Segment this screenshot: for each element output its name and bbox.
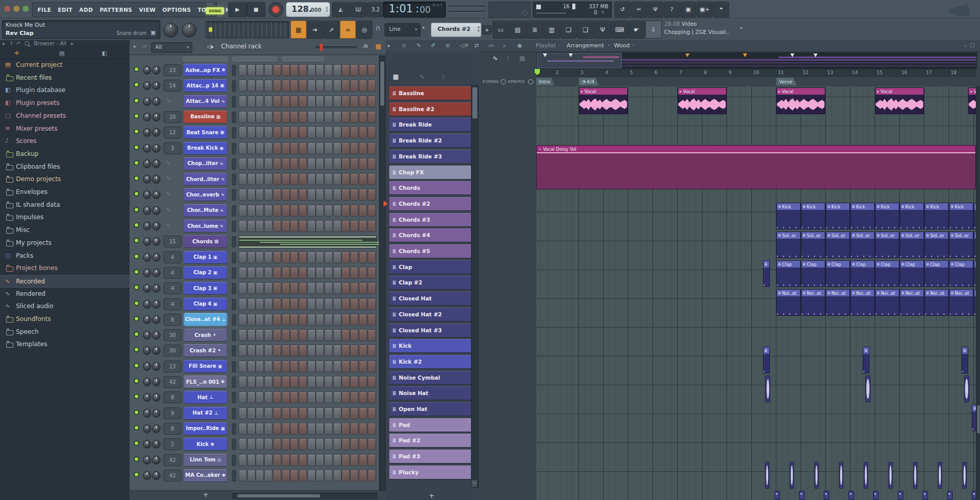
step-cell[interactable]: [307, 205, 316, 217]
channel-key-strip[interactable]: [232, 330, 236, 341]
step-cell[interactable]: [333, 329, 341, 341]
channel-button[interactable]: Chor..everb∿: [184, 188, 227, 201]
step-cell[interactable]: [290, 423, 298, 435]
rack-grip-dots[interactable]: ⋮: [198, 44, 204, 49]
clip-sid-er[interactable]: ≣Sid..er: [801, 231, 825, 258]
channel-pan-knob[interactable]: [143, 346, 151, 354]
step-cell[interactable]: [368, 376, 376, 388]
playlist-tool-select-icon[interactable]: ▭: [488, 42, 494, 49]
pattern-item-chords-2[interactable]: ≣Chords #2: [389, 197, 474, 210]
channel-volume-knob[interactable]: [152, 331, 160, 339]
step-cell[interactable]: [264, 252, 273, 263]
pattern-item-open-hat[interactable]: ≣Open Hat: [389, 402, 474, 416]
channel-pan-knob[interactable]: [143, 97, 151, 105]
rack-v-scrollbar-thumb[interactable]: [380, 61, 385, 106]
browser-item-scores[interactable]: ♪Scores: [0, 135, 130, 148]
channel-volume-knob[interactable]: [152, 206, 160, 215]
step-cell[interactable]: [256, 423, 264, 435]
step-cell[interactable]: [324, 252, 333, 263]
step-cell[interactable]: [264, 111, 273, 123]
playlist-v-scrollbar-thumb[interactable]: [977, 405, 980, 434]
clip-kick[interactable]: ≣Kick: [776, 203, 801, 229]
pattern-item-chords-4[interactable]: ≣Chords #4: [389, 228, 474, 242]
step-cell[interactable]: [359, 298, 367, 310]
step-cell[interactable]: [256, 189, 264, 201]
playlist-tool-slip-icon[interactable]: ⇄: [474, 42, 479, 49]
browser-item-channel-presets[interactable]: ▢Channel presets: [0, 110, 130, 122]
step-cell[interactable]: [247, 111, 256, 123]
step-cell[interactable]: [341, 189, 350, 201]
step-cell[interactable]: [341, 96, 350, 108]
step-cell[interactable]: [333, 252, 341, 263]
step-cell[interactable]: [316, 80, 324, 92]
channel-enable-led[interactable]: [135, 441, 138, 445]
channel-pan-knob[interactable]: [143, 190, 151, 199]
clip-rev-clap-audio[interactable]: [765, 462, 769, 489]
channel-button[interactable]: Chord..ilter∿: [184, 173, 227, 185]
step-cell[interactable]: [264, 205, 273, 217]
step-cell[interactable]: [282, 205, 290, 217]
clip-rev-clap-audio[interactable]: [839, 462, 843, 489]
step-cell[interactable]: [239, 96, 247, 108]
top-mic-record-button[interactable]: Ψ: [647, 2, 663, 17]
step-cell[interactable]: [282, 173, 290, 185]
clip-hat-audio[interactable]: [765, 376, 770, 402]
step-cell[interactable]: [307, 189, 316, 201]
step-cell[interactable]: [359, 454, 367, 466]
step-cell[interactable]: [247, 407, 256, 419]
toolbar-link-button[interactable]: ∞: [340, 21, 356, 39]
step-cell[interactable]: [273, 376, 281, 388]
step-cell[interactable]: [247, 189, 256, 201]
channel-key-strip[interactable]: [232, 252, 236, 263]
step-cell[interactable]: [350, 252, 358, 263]
step-cell[interactable]: [256, 142, 264, 154]
step-cell[interactable]: [333, 407, 341, 419]
window-touch-button[interactable]: ☛: [628, 21, 645, 39]
step-cell[interactable]: [299, 220, 307, 232]
step-cell[interactable]: [256, 314, 264, 326]
picker-tab-automation-icon[interactable]: ≀: [442, 73, 445, 80]
step-cell[interactable]: [368, 470, 376, 481]
step-cell[interactable]: [290, 80, 298, 92]
channel-enable-led[interactable]: [135, 176, 138, 180]
step-cell[interactable]: [290, 96, 298, 108]
step-cell[interactable]: [341, 173, 350, 185]
clip-noi-at[interactable]: ≣Noi..at: [776, 289, 801, 316]
clip-wood[interactable]: ▸: [848, 491, 854, 500]
step-cell[interactable]: [324, 298, 333, 310]
step-cell[interactable]: [264, 158, 273, 170]
top-save-new-version-button[interactable]: ▣+: [697, 2, 713, 17]
channel-pan-knob[interactable]: [143, 331, 151, 339]
pattern-item-bassline-2[interactable]: ≣Bassline #2: [389, 102, 474, 116]
step-cell[interactable]: [333, 80, 341, 92]
step-cell[interactable]: [333, 189, 341, 201]
channel-key-strip[interactable]: [232, 314, 236, 326]
step-cell[interactable]: [341, 80, 350, 92]
channel-button[interactable]: Attac..4 Vol∿: [184, 95, 227, 108]
timeline-marker-4-4[interactable]: ◔4/4: [579, 78, 598, 85]
browser-item-plugin-presets[interactable]: ◧Plugin presets: [0, 97, 130, 110]
step-cell[interactable]: [324, 220, 333, 232]
step-cell[interactable]: [299, 454, 307, 466]
clip-noi-at[interactable]: ≣Noi..at: [850, 289, 875, 316]
shift-marker[interactable]: [209, 27, 212, 32]
channel-mixer-track[interactable]: 30: [164, 345, 182, 356]
channel-volume-knob[interactable]: [152, 362, 160, 370]
channel-volume-knob[interactable]: [152, 471, 160, 479]
channel-volume-knob[interactable]: [152, 113, 160, 121]
window-channel-rack-button[interactable]: ≣: [527, 21, 543, 39]
step-cell[interactable]: [282, 298, 290, 310]
step-cell[interactable]: [282, 282, 290, 294]
step-cell[interactable]: [256, 252, 264, 263]
step-cell[interactable]: [350, 376, 358, 388]
step-cell[interactable]: [324, 454, 333, 466]
step-cell[interactable]: [368, 142, 376, 154]
channel-mixer-track[interactable]: 4: [164, 267, 182, 279]
channel-key-strip[interactable]: [232, 299, 236, 310]
step-cell[interactable]: [333, 454, 341, 466]
clip-vocal[interactable]: ▸Vocal: [776, 87, 825, 114]
step-cell[interactable]: [368, 111, 376, 123]
rack-menu-arrow-icon[interactable]: ▸: [134, 43, 136, 49]
step-cell[interactable]: [324, 158, 333, 170]
step-cell[interactable]: [256, 298, 264, 310]
